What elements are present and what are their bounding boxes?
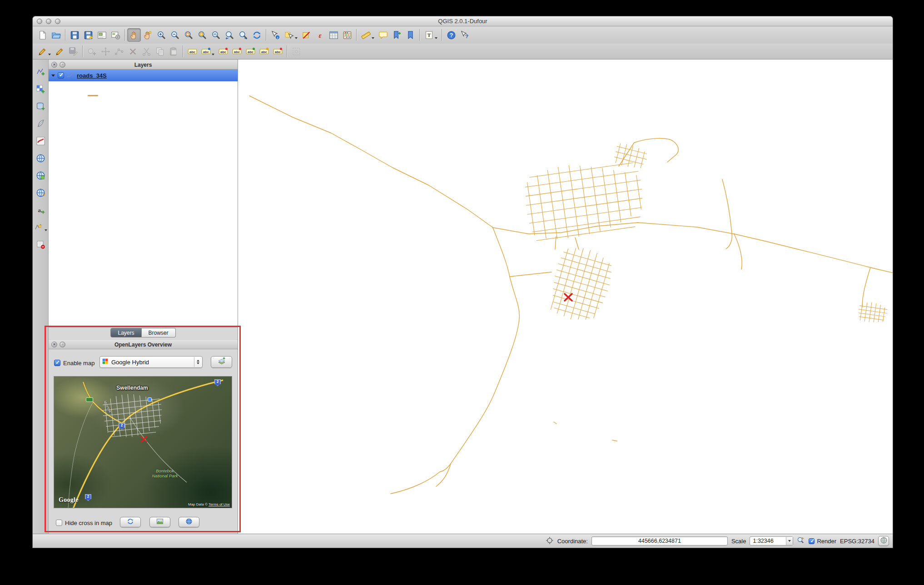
scale-dropdown-arrow[interactable] (786, 537, 793, 545)
enable-map-checkbox[interactable] (54, 360, 60, 366)
add-raster-layer-button[interactable] (34, 82, 47, 96)
abc-dot-orange-icon: abc (259, 47, 269, 56)
new-shapefile-layer-dropdown-arrow[interactable] (45, 229, 47, 231)
text-annotation-dropdown-arrow[interactable] (435, 37, 437, 39)
layers-panel-close-icon[interactable]: × (51, 62, 57, 68)
new-print-composer-button[interactable] (95, 28, 109, 42)
identify-features-button[interactable]: i (268, 28, 282, 42)
zoom-to-selection-button[interactable] (195, 28, 209, 42)
scale-magnifier-icon[interactable] (797, 536, 805, 546)
tab-browser[interactable]: Browser (142, 328, 176, 337)
measure-line-button[interactable] (359, 28, 376, 42)
add-vector-layer-button[interactable] (34, 65, 47, 79)
globe-wfs-icon: V (36, 188, 45, 198)
text-annotation-button[interactable]: T (422, 28, 439, 42)
refresh-button[interactable] (250, 28, 263, 42)
pan-to-selection-button[interactable] (141, 28, 154, 42)
layer-name[interactable]: roads_34S (77, 72, 107, 79)
labeling-button[interactable]: abc (185, 45, 199, 58)
minimize-window-button[interactable] (46, 19, 51, 24)
select-by-expression-button[interactable]: ε (313, 28, 327, 42)
select-features-dropdown-arrow[interactable] (295, 37, 298, 39)
zoom-in-button[interactable] (154, 28, 168, 42)
composer-manager-button[interactable] (109, 28, 122, 42)
add-postgis-layer-button[interactable] (34, 99, 47, 113)
map-canvas[interactable] (238, 59, 893, 535)
add-openlayers-layer-button[interactable] (211, 356, 232, 368)
help-contents-button[interactable]: ? (444, 28, 458, 42)
tab-layers[interactable]: Layers (110, 328, 141, 337)
overview-map[interactable]: Swellendam Voortrek 2 2 2 Bontebok Natio… (54, 376, 232, 508)
measure-line-dropdown-arrow[interactable] (372, 37, 374, 39)
pin-labels-button[interactable]: abc (216, 45, 230, 58)
select-stepper[interactable] (194, 357, 201, 367)
manage-layers-toolbar: Va, (33, 59, 49, 534)
move-label-button[interactable]: abc (243, 45, 257, 58)
zoom-next-button[interactable] (236, 28, 250, 42)
new-bookmark-button[interactable] (390, 28, 403, 42)
render-label: Render (817, 538, 836, 545)
layer-visibility-checkbox[interactable] (58, 72, 64, 79)
title-bar[interactable]: QGIS 2.0.1-Dufour (33, 16, 893, 26)
crs-status-button[interactable] (878, 536, 889, 546)
zoom-last-button[interactable] (223, 28, 236, 42)
refresh-map-button[interactable] (120, 517, 141, 527)
image-capture-button[interactable] (149, 517, 170, 527)
label-options-button[interactable]: abc (199, 45, 216, 58)
select-features-button[interactable] (282, 28, 299, 42)
save-project-button[interactable] (68, 28, 81, 42)
save-project-as-button[interactable] (81, 28, 95, 42)
zoom-to-layer-button[interactable] (209, 28, 223, 42)
open-project-button[interactable] (49, 28, 63, 42)
zoom-selection-icon (198, 30, 207, 40)
current-edits-dropdown-arrow[interactable] (48, 54, 51, 55)
map-tips-button[interactable] (376, 28, 390, 42)
save-layer-edits-button (66, 45, 80, 58)
mouse-position-icon[interactable] (546, 536, 554, 546)
open-attribute-table-button[interactable] (327, 28, 340, 42)
add-spatialite-layer-button[interactable] (34, 117, 47, 130)
desktop: QGIS 2.0.1-Dufour iεT?? abcabcabcabcabca… (0, 0, 924, 585)
overview-panel-close-icon[interactable]: × (51, 342, 57, 347)
highlight-labels-button[interactable]: abc (230, 45, 243, 58)
add-delimited-text-layer-button[interactable]: a, (34, 203, 47, 217)
toggle-editing-button[interactable] (53, 45, 66, 58)
new-shapefile-layer-button[interactable] (34, 220, 47, 234)
map-type-select[interactable]: Google Hybrid (99, 356, 203, 368)
enable-map-label: Enable map (63, 360, 94, 367)
globe-tool-button[interactable] (179, 517, 199, 527)
current-edits-button[interactable] (35, 45, 53, 58)
close-window-button[interactable] (37, 19, 42, 24)
layers-panel-header: × ◦ Layers (49, 59, 238, 69)
add-wms-layer-button[interactable] (34, 151, 47, 165)
move-feature-button (99, 45, 112, 58)
expand-arrow-icon[interactable] (51, 74, 55, 77)
hide-cross-checkbox[interactable] (56, 520, 62, 526)
remove-layer-button[interactable] (34, 238, 47, 251)
identify-icon: i (271, 30, 280, 40)
render-checkbox[interactable] (809, 538, 815, 544)
zoom-window-button[interactable] (55, 19, 60, 24)
layers-panel-float-icon[interactable]: ◦ (60, 62, 65, 68)
layer-row[interactable]: roads_34S (49, 69, 238, 81)
rotate-label-button[interactable]: abc (257, 45, 271, 58)
zoom-out-button[interactable] (168, 28, 182, 42)
svg-text:abc: abc (220, 50, 226, 54)
pan-map-button[interactable] (127, 28, 141, 42)
coordinate-input[interactable]: 445666,6234871 (591, 536, 728, 545)
show-bookmarks-button[interactable] (403, 28, 417, 42)
layer-symbology-swatch[interactable] (88, 95, 98, 96)
zoom-full-button[interactable] (182, 28, 195, 42)
add-mssql-layer-button[interactable] (34, 134, 47, 148)
add-wfs-layer-button[interactable]: V (34, 186, 47, 199)
deselect-features-button[interactable] (299, 28, 313, 42)
field-calculator-button[interactable] (340, 28, 354, 42)
new-project-button[interactable] (35, 28, 49, 42)
label-options-dropdown-arrow[interactable] (212, 54, 214, 55)
add-wcs-layer-button[interactable] (34, 169, 47, 182)
overview-panel-float-icon[interactable]: ◦ (60, 342, 65, 347)
roads-layer-geometry (238, 59, 893, 535)
whats-this-button[interactable]: ? (458, 28, 472, 42)
scale-combo[interactable]: 1:32346 (750, 536, 793, 545)
change-label-button[interactable]: abc (271, 45, 284, 58)
